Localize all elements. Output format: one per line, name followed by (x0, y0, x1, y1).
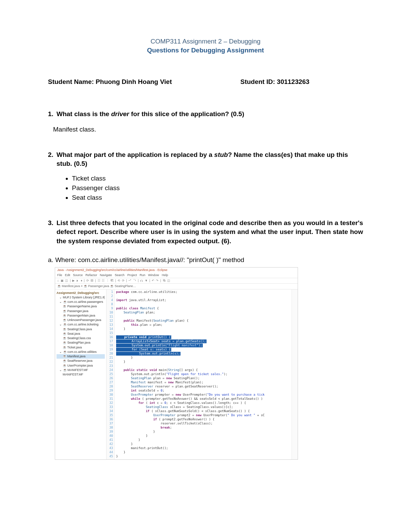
student-id-block: Student ID: 301123263 (240, 78, 310, 86)
line-number: 8 (107, 302, 113, 307)
menu-window[interactable]: Window (148, 273, 159, 277)
line-number: 13 (107, 323, 113, 327)
tree-item[interactable]: ☕ SeatReserver.java (57, 359, 105, 363)
student-info-row: Student Name: Phuong Dinh Hoang Viet Stu… (48, 78, 363, 86)
tree-item[interactable]: ☕ PassengerMain.java (57, 313, 105, 318)
menu-help[interactable]: Help (162, 273, 168, 277)
code-line[interactable]: ArrayList<Seat> seats = plan.getSeats(); (116, 339, 290, 344)
code-line[interactable]: } (116, 356, 290, 360)
code-line[interactable] (116, 331, 290, 335)
code-line[interactable]: reserver.sellTicket(sClass); (116, 422, 290, 426)
code-line[interactable]: System.out.println(s); (116, 352, 290, 356)
code-line[interactable]: for ( int c = 0; c < SeatingClass.values… (116, 401, 290, 405)
menu-project[interactable]: Project (127, 273, 137, 277)
student-name-block: Student Name: Phuong Dinh Hoang Viet (48, 78, 172, 86)
tree-item[interactable]: ⌄ ☕ com.cc.airline.passengers (57, 300, 105, 304)
code-line[interactable] (116, 302, 290, 307)
code-line[interactable]: } (116, 450, 290, 455)
code-line[interactable]: } (116, 327, 290, 331)
code-line[interactable]: System.out.println("Flight open for tick… (116, 372, 290, 376)
code-line[interactable]: while ( prompter.getYesNoAnswer() && sea… (116, 397, 290, 401)
line-number: 12 (107, 319, 113, 323)
code-line[interactable]: for (Seat s: seats) { (116, 348, 290, 352)
list-item: Ticket class (72, 175, 363, 182)
tree-item[interactable]: Assignment2_Debugging/src (57, 291, 105, 295)
tree-item[interactable]: ☕ Passenger.java (57, 309, 105, 313)
ide-code-area[interactable]: package com.cc.airline.utilities;import … (115, 289, 291, 459)
menu-file[interactable]: File (57, 273, 62, 277)
code-line[interactable]: } (116, 430, 290, 434)
q3-number: 3. (48, 219, 57, 227)
code-line[interactable]: } (116, 455, 290, 459)
code-line[interactable]: SeatingPlan plan = new SeatingPlan(); (116, 376, 290, 381)
ide-menubar[interactable]: File Edit Source Refactor Navigate Searc… (55, 273, 298, 278)
code-line[interactable]: public static void main(String[] args) { (116, 368, 290, 372)
code-line[interactable]: if ( prompt2.getYesNoAnswer() ) { (116, 418, 290, 422)
code-line[interactable]: break; (116, 426, 290, 430)
tree-item[interactable]: ☕ PassengerName.java (57, 304, 105, 309)
q2-text: What major part of the application is re… (57, 150, 363, 169)
code-line[interactable]: } (116, 434, 290, 438)
line-number: 16 (107, 335, 113, 339)
code-line[interactable]: manifest.printOut(); (116, 446, 290, 450)
tree-item[interactable]: MANIFEST.MF (57, 372, 105, 377)
tree-item[interactable]: ☕ SeatingPlan.java (57, 341, 105, 345)
menu-source[interactable]: Source (73, 273, 83, 277)
code-line[interactable]: } (116, 360, 290, 364)
code-line[interactable]: SeatingClass sClass = SeatingClass.value… (116, 405, 290, 409)
code-line[interactable] (116, 364, 290, 368)
code-line[interactable]: UserPrompter prompt2 = new UserPrompter(… (116, 413, 290, 418)
menu-edit[interactable]: Edit (65, 273, 71, 277)
tree-item[interactable]: ⌄ ☕ MANIFEST.MF (57, 368, 105, 372)
code-line[interactable]: } (116, 442, 290, 446)
line-number: 32 (107, 401, 113, 405)
q3a-label: a. (48, 256, 53, 263)
code-line[interactable] (116, 294, 290, 298)
tree-item[interactable]: ☕ Ticket.java (57, 345, 105, 350)
line-number: 30 (107, 393, 113, 397)
code-line[interactable]: private void printOut() { (116, 335, 290, 339)
tree-item[interactable]: ☕ Manifest.java (57, 354, 105, 359)
code-line[interactable]: this.plan = plan; (116, 323, 290, 327)
line-number: 18 (107, 344, 113, 348)
code-line[interactable]: int seatsSold = 0; (116, 389, 290, 393)
tree-item[interactable]: ⌄ ☕ com.cc.airline.ticketing (57, 322, 105, 327)
code-line[interactable]: public class Manifest { (116, 307, 290, 311)
code-line[interactable]: public Manifest(SeatingPlan plan) { (116, 319, 290, 323)
line-number: 11 (107, 315, 113, 319)
tree-item[interactable]: ☕ SeatingClass.css (57, 336, 105, 341)
line-number: 19 (107, 348, 113, 352)
ide-title-bar: Java - Assignment2_Debugging/src/com/cc/… (55, 268, 298, 273)
ide-project-explorer[interactable]: Assignment2_Debugging/src⌄ MUFJ System L… (55, 289, 107, 459)
tree-item[interactable]: ☕ UnknownPassenger.java (57, 318, 105, 322)
code-line[interactable]: package com.cc.airline.utilities; (116, 290, 290, 294)
code-line[interactable]: UserPrompter prompter = new UserPrompter… (116, 393, 290, 397)
tree-item[interactable]: ☕ Seat.java (57, 332, 105, 336)
code-line[interactable]: } (116, 438, 290, 442)
tree-item[interactable]: ☕ SeatingClass.java (57, 327, 105, 332)
line-number: 23 (107, 364, 113, 368)
tree-item[interactable]: ☕ UserPrompter.java (57, 363, 105, 368)
question-2: 2. What major part of the application is… (48, 150, 363, 201)
code-line[interactable]: SeatingPlan plan; (116, 311, 290, 315)
menu-run[interactable]: Run (140, 273, 146, 277)
code-line[interactable] (116, 315, 290, 319)
line-number: 42 (107, 442, 113, 446)
tree-item[interactable]: ⌄ MUFJ System Library [JRE1.8] (57, 295, 105, 300)
code-line[interactable]: SeatReserver reserver = plan.getSeatRese… (116, 385, 290, 389)
line-number: 36 (107, 418, 113, 422)
ide-editor-tabs[interactable]: ☕ Manifest.java × ☕ Passenger.java ☕ Sea… (55, 284, 298, 289)
code-line[interactable]: if ( sClass.getNumSeatsSold() < sClass.g… (116, 409, 290, 413)
q2-text-em: stub (214, 151, 228, 158)
code-line[interactable]: Manifest manifest = new Manifest(plan); (116, 381, 290, 385)
line-number: 2 (107, 294, 113, 298)
code-line[interactable]: import java.util.ArrayList; (116, 298, 290, 302)
menu-refactor[interactable]: Refactor (86, 273, 97, 277)
tree-item[interactable]: ⌄ ☕ com.cc.airline.utilities (57, 350, 105, 354)
line-number: 20 (107, 352, 113, 356)
menu-navigate[interactable]: Navigate (100, 273, 112, 277)
ide-toolbar[interactable]: ⌂ ▣ ◫ | ▶ ⏵ ♦ | ⟳ ⧈ | ☷ ☷ ⋮ ⎘ | ⟲ ⟳ | ⤴ … (55, 278, 298, 284)
menu-search[interactable]: Search (115, 273, 125, 277)
code-line[interactable]: System.out.println("Flight manifest"); (116, 344, 290, 348)
ide-editor[interactable]: 1248910111213141516171819202122232425262… (107, 289, 298, 459)
